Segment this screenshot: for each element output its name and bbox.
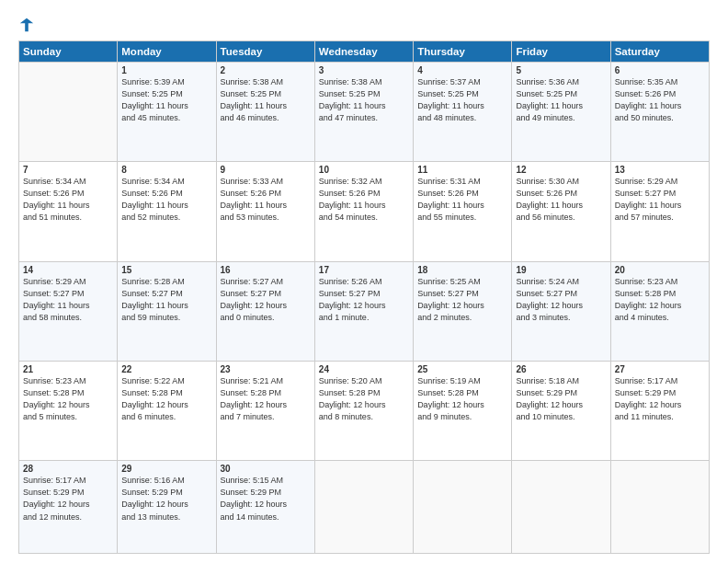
day-number: 5: [516, 65, 606, 75]
day-info: Sunrise: 5:15 AM Sunset: 5:29 PM Dayligh…: [221, 475, 311, 523]
calendar-cell: 2Sunrise: 5:38 AM Sunset: 5:25 PM Daylig…: [216, 63, 314, 162]
calendar-cell: 12Sunrise: 5:30 AM Sunset: 5:26 PM Dayli…: [512, 162, 610, 261]
day-number: 18: [417, 265, 507, 275]
calendar-cell: 6Sunrise: 5:35 AM Sunset: 5:26 PM Daylig…: [610, 63, 709, 162]
day-number: 29: [121, 464, 211, 474]
day-info: Sunrise: 5:29 AM Sunset: 5:27 PM Dayligh…: [615, 176, 705, 224]
day-number: 12: [516, 165, 606, 175]
calendar-cell: [19, 63, 118, 162]
day-info: Sunrise: 5:16 AM Sunset: 5:29 PM Dayligh…: [121, 475, 211, 523]
weekday-header-wednesday: Wednesday: [314, 41, 413, 63]
calendar-cell: 27Sunrise: 5:17 AM Sunset: 5:29 PM Dayli…: [610, 362, 709, 461]
day-number: 24: [319, 364, 409, 374]
day-info: Sunrise: 5:34 AM Sunset: 5:26 PM Dayligh…: [121, 176, 211, 224]
calendar-cell: 8Sunrise: 5:34 AM Sunset: 5:26 PM Daylig…: [118, 162, 216, 261]
weekday-header-saturday: Saturday: [610, 41, 709, 63]
day-number: 6: [615, 65, 705, 75]
day-number: 8: [121, 165, 211, 175]
day-number: 23: [221, 364, 311, 374]
calendar-cell: 19Sunrise: 5:24 AM Sunset: 5:27 PM Dayli…: [512, 261, 610, 361]
calendar-table: SundayMondayTuesdayWednesdayThursdayFrid…: [18, 40, 710, 554]
calendar-cell: 11Sunrise: 5:31 AM Sunset: 5:26 PM Dayli…: [414, 162, 512, 261]
calendar-cell: 17Sunrise: 5:26 AM Sunset: 5:27 PM Dayli…: [314, 261, 413, 361]
header: [18, 17, 710, 33]
weekday-header-tuesday: Tuesday: [216, 41, 314, 63]
day-info: Sunrise: 5:26 AM Sunset: 5:27 PM Dayligh…: [319, 276, 409, 324]
calendar-cell: 24Sunrise: 5:20 AM Sunset: 5:28 PM Dayli…: [314, 362, 413, 461]
day-number: 4: [417, 65, 507, 75]
day-number: 14: [23, 265, 113, 275]
day-number: 7: [23, 165, 113, 175]
day-info: Sunrise: 5:37 AM Sunset: 5:25 PM Dayligh…: [417, 76, 507, 124]
day-info: Sunrise: 5:17 AM Sunset: 5:29 PM Dayligh…: [615, 375, 705, 423]
day-info: Sunrise: 5:27 AM Sunset: 5:27 PM Dayligh…: [221, 276, 311, 324]
calendar-cell: 15Sunrise: 5:28 AM Sunset: 5:27 PM Dayli…: [118, 261, 216, 361]
weekday-header-monday: Monday: [118, 41, 216, 63]
page: SundayMondayTuesdayWednesdayThursdayFrid…: [0, 0, 728, 563]
calendar-cell: 13Sunrise: 5:29 AM Sunset: 5:27 PM Dayli…: [610, 162, 709, 261]
calendar-cell: 9Sunrise: 5:33 AM Sunset: 5:26 PM Daylig…: [216, 162, 314, 261]
calendar-cell: 4Sunrise: 5:37 AM Sunset: 5:25 PM Daylig…: [414, 63, 512, 162]
day-number: 28: [23, 464, 113, 474]
calendar-cell: [314, 461, 413, 554]
day-number: 25: [417, 364, 507, 374]
svg-marker-0: [20, 18, 33, 31]
calendar-week-5: 28Sunrise: 5:17 AM Sunset: 5:29 PM Dayli…: [19, 461, 710, 554]
calendar-cell: 21Sunrise: 5:23 AM Sunset: 5:28 PM Dayli…: [19, 362, 118, 461]
calendar-cell: 28Sunrise: 5:17 AM Sunset: 5:29 PM Dayli…: [19, 461, 118, 554]
calendar-week-4: 21Sunrise: 5:23 AM Sunset: 5:28 PM Dayli…: [19, 362, 710, 461]
weekday-header-friday: Friday: [512, 41, 610, 63]
calendar-cell: 14Sunrise: 5:29 AM Sunset: 5:27 PM Dayli…: [19, 261, 118, 361]
calendar-cell: 29Sunrise: 5:16 AM Sunset: 5:29 PM Dayli…: [118, 461, 216, 554]
day-info: Sunrise: 5:31 AM Sunset: 5:26 PM Dayligh…: [417, 176, 507, 224]
calendar-cell: 25Sunrise: 5:19 AM Sunset: 5:28 PM Dayli…: [414, 362, 512, 461]
calendar-cell: 23Sunrise: 5:21 AM Sunset: 5:28 PM Dayli…: [216, 362, 314, 461]
weekday-header-sunday: Sunday: [19, 41, 118, 63]
day-number: 1: [121, 65, 211, 75]
day-number: 9: [221, 165, 311, 175]
calendar-cell: 1Sunrise: 5:39 AM Sunset: 5:25 PM Daylig…: [118, 63, 216, 162]
day-number: 3: [319, 65, 409, 75]
day-info: Sunrise: 5:32 AM Sunset: 5:26 PM Dayligh…: [319, 176, 409, 224]
day-info: Sunrise: 5:38 AM Sunset: 5:25 PM Dayligh…: [221, 76, 311, 124]
calendar-week-1: 1Sunrise: 5:39 AM Sunset: 5:25 PM Daylig…: [19, 63, 710, 162]
weekday-header-row: SundayMondayTuesdayWednesdayThursdayFrid…: [19, 41, 710, 63]
calendar-cell: 26Sunrise: 5:18 AM Sunset: 5:29 PM Dayli…: [512, 362, 610, 461]
day-info: Sunrise: 5:21 AM Sunset: 5:28 PM Dayligh…: [221, 375, 311, 423]
calendar-cell: 10Sunrise: 5:32 AM Sunset: 5:26 PM Dayli…: [314, 162, 413, 261]
logo-text: [18, 17, 36, 33]
weekday-header-thursday: Thursday: [414, 41, 512, 63]
day-info: Sunrise: 5:24 AM Sunset: 5:27 PM Dayligh…: [516, 276, 606, 324]
calendar-cell: [414, 461, 512, 554]
calendar-cell: 22Sunrise: 5:22 AM Sunset: 5:28 PM Dayli…: [118, 362, 216, 461]
day-info: Sunrise: 5:33 AM Sunset: 5:26 PM Dayligh…: [221, 176, 311, 224]
calendar-cell: 5Sunrise: 5:36 AM Sunset: 5:25 PM Daylig…: [512, 63, 610, 162]
logo-icon: [18, 17, 35, 33]
calendar-cell: 20Sunrise: 5:23 AM Sunset: 5:28 PM Dayli…: [610, 261, 709, 361]
day-info: Sunrise: 5:39 AM Sunset: 5:25 PM Dayligh…: [121, 76, 211, 124]
day-number: 10: [319, 165, 409, 175]
day-info: Sunrise: 5:18 AM Sunset: 5:29 PM Dayligh…: [516, 375, 606, 423]
day-number: 27: [615, 364, 705, 374]
calendar-cell: 16Sunrise: 5:27 AM Sunset: 5:27 PM Dayli…: [216, 261, 314, 361]
day-info: Sunrise: 5:20 AM Sunset: 5:28 PM Dayligh…: [319, 375, 409, 423]
calendar-week-3: 14Sunrise: 5:29 AM Sunset: 5:27 PM Dayli…: [19, 261, 710, 361]
calendar-header: SundayMondayTuesdayWednesdayThursdayFrid…: [19, 41, 710, 63]
day-info: Sunrise: 5:28 AM Sunset: 5:27 PM Dayligh…: [121, 276, 211, 324]
calendar-cell: 7Sunrise: 5:34 AM Sunset: 5:26 PM Daylig…: [19, 162, 118, 261]
day-number: 21: [23, 364, 113, 374]
day-info: Sunrise: 5:19 AM Sunset: 5:28 PM Dayligh…: [417, 375, 507, 423]
calendar-cell: 18Sunrise: 5:25 AM Sunset: 5:27 PM Dayli…: [414, 261, 512, 361]
day-info: Sunrise: 5:38 AM Sunset: 5:25 PM Dayligh…: [319, 76, 409, 124]
calendar-cell: [610, 461, 709, 554]
day-info: Sunrise: 5:22 AM Sunset: 5:28 PM Dayligh…: [121, 375, 211, 423]
day-number: 17: [319, 265, 409, 275]
logo: [18, 17, 36, 33]
day-info: Sunrise: 5:36 AM Sunset: 5:25 PM Dayligh…: [516, 76, 606, 124]
calendar-cell: [512, 461, 610, 554]
day-info: Sunrise: 5:29 AM Sunset: 5:27 PM Dayligh…: [23, 276, 113, 324]
day-number: 20: [615, 265, 705, 275]
day-info: Sunrise: 5:30 AM Sunset: 5:26 PM Dayligh…: [516, 176, 606, 224]
calendar-cell: 30Sunrise: 5:15 AM Sunset: 5:29 PM Dayli…: [216, 461, 314, 554]
day-info: Sunrise: 5:23 AM Sunset: 5:28 PM Dayligh…: [23, 375, 113, 423]
